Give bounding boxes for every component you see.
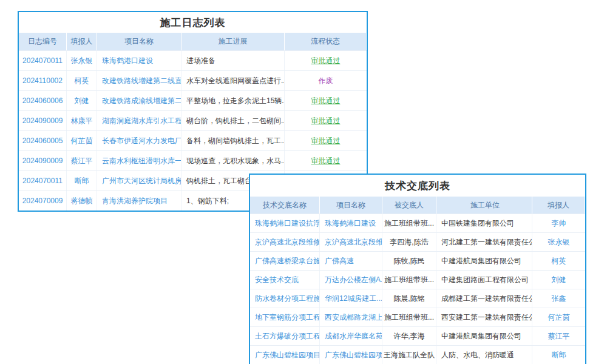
log-id-link[interactable]: 2024090009	[19, 151, 67, 170]
column-header-receiver: 被交底人	[382, 197, 436, 214]
receiver-text: 许华,李海	[382, 327, 436, 345]
table-row: 广佛高速桥梁承台施... 广佛高速 陈牧,陈民 中建港航局集团有限公司 柯英	[250, 251, 585, 270]
column-header-reporter: 填报人	[67, 33, 97, 50]
reporter-link[interactable]: 何芷茵	[532, 308, 585, 326]
unit-text: 中建港航局集团有限公司	[436, 252, 532, 270]
column-header-progress: 施工进展	[181, 33, 285, 50]
project-link[interactable]: 西安成都路龙湖上...	[320, 308, 382, 326]
receiver-text: 施工班组带班...	[382, 214, 436, 232]
column-header-disclosure-name: 技术交底名称	[250, 197, 320, 214]
table-row: 珠海鹤港口建设抗浮... 珠海鹤港口建设 施工班组带班... 中国铁建集团有限公…	[250, 214, 585, 232]
project-link[interactable]: 成都水岸华庭名苑...	[320, 327, 382, 345]
project-link[interactable]: 华润12城房建工...	[320, 289, 382, 308]
column-header-status: 流程状态	[285, 33, 367, 50]
reporter-link[interactable]: 蔡江平	[532, 327, 585, 345]
table-row: 京沪高速北京段维修... 京沪高速北京段维修 李四海,陈浩 河北建工第一建筑有限…	[250, 232, 585, 251]
technical-disclosure-panel: 技术交底列表 技术交底名称 项目名称 被交底人 施工单位 填报人 珠海鹤港口建设…	[249, 174, 586, 364]
progress-text: 平整场地，拉走多余泥土15辆...	[181, 91, 285, 110]
reporter-link[interactable]: 张永银	[67, 51, 97, 70]
reporter-link[interactable]: 刘健	[67, 91, 97, 110]
project-link[interactable]: 广佛高速	[320, 252, 382, 270]
log-id-link[interactable]: 2024110002	[19, 71, 67, 90]
unit-text: 中国铁建集团有限公司	[436, 214, 532, 232]
project-link[interactable]: 珠海鹤港口建设	[320, 214, 382, 232]
reporter-link[interactable]: 断郎	[67, 171, 97, 190]
disclosure-name-link[interactable]: 广佛高速桥梁承台施...	[250, 252, 320, 270]
table-row: 2024110002 柯英 改建铁路线增建第二线直... 水车对全线遮阳网覆盖点…	[19, 70, 367, 90]
column-header-project: 项目名称	[320, 197, 382, 214]
disclosure-name-link[interactable]: 京沪高速北京段维修...	[250, 233, 320, 251]
project-link[interactable]: 湖南洞庭湖水库引水工程...	[97, 111, 181, 130]
project-link[interactable]: 珠海鹤港口建设	[97, 51, 181, 70]
table-row: 2024090009 蔡江平 云南水利枢纽潜明水库一... 现场巡查，无积水现象…	[19, 150, 367, 170]
reporter-link[interactable]: 柯英	[67, 71, 97, 90]
project-link[interactable]: 云南水利枢纽潜明水库一...	[97, 151, 181, 170]
disclosure-name-link[interactable]: 地下室钢筋分项工程...	[250, 308, 320, 326]
disclosure-name-link[interactable]: 安全技术交底	[250, 271, 320, 289]
status-badge[interactable]: 审批通过	[285, 51, 367, 70]
reporter-link[interactable]: 林康平	[67, 111, 97, 130]
reporter-link[interactable]: 张鑫	[532, 289, 585, 308]
receiver-text: 陈牧,陈民	[382, 252, 436, 270]
table-row: 防水卷材分项工程施... 华润12城房建工... 陈晨,陈铭 成都建工第一建筑有…	[250, 289, 585, 308]
project-link[interactable]: 改建铁路线增建第二线直...	[97, 71, 181, 90]
receiver-text: 施工班组带班...	[382, 308, 436, 326]
receiver-text: 李四海,陈浩	[382, 233, 436, 251]
status-badge[interactable]: 作废	[285, 71, 367, 90]
disclosure-name-link[interactable]: 广东佛山碧桂园项目...	[250, 346, 320, 364]
table-row: 2024060005 何芷茵 长春市伊通河水力发电厂... 备料，砌间墙钩机排土…	[19, 130, 367, 150]
table-row: 广东佛山碧桂园项目... 广东佛山碧桂园项目 王海施工队全队 人防、水电、消防暖…	[250, 345, 585, 364]
table-row: 2024070011 张永银 珠海鹤港口建设 进场准备 审批通过	[19, 50, 367, 70]
column-header-project: 项目名称	[97, 33, 181, 50]
reporter-link[interactable]: 何芷茵	[67, 131, 97, 150]
project-link[interactable]: 广州市天河区统计局机房...	[97, 171, 181, 190]
project-link[interactable]: 长春市伊通河水力发电厂...	[97, 131, 181, 150]
table-row: 土石方爆破分项工程... 成都水岸华庭名苑... 许华,李海 中建港航局集团有限…	[250, 326, 585, 345]
disclosure-name-link[interactable]: 土石方爆破分项工程...	[250, 327, 320, 345]
reporter-link[interactable]: 蔡江平	[67, 151, 97, 170]
unit-text: 西安建工第一建筑有限责任公司	[436, 308, 532, 326]
log-id-link[interactable]: 2024090009	[19, 111, 67, 130]
project-link[interactable]: 万达办公楼左侧A...	[320, 271, 382, 289]
unit-text: 中建集团路面工程有限公司	[436, 271, 532, 289]
table-row: 2024060006 刘健 改建铁路成渝线增建第二... 平整场地，拉走多余泥土…	[19, 90, 367, 110]
log-id-link[interactable]: 2024060006	[19, 91, 67, 110]
table-row: 地下室钢筋分项工程... 西安成都路龙湖上... 施工班组带班... 西安建工第…	[250, 308, 585, 326]
progress-text: 进场准备	[181, 51, 285, 70]
log-id-link[interactable]: 2024070011	[19, 171, 67, 190]
table-row: 2024090009 林康平 湖南洞庭湖水库引水工程... 砌台阶，钩机排土，二…	[19, 110, 367, 130]
progress-text: 水车对全线遮阳网覆盖点进行...	[181, 71, 285, 90]
reporter-link[interactable]: 李帅	[532, 214, 585, 232]
project-link[interactable]: 广东佛山碧桂园项目	[320, 346, 382, 364]
unit-text: 中建港航局集团有限公司	[436, 327, 532, 345]
reporter-link[interactable]: 刘健	[532, 271, 585, 289]
reporter-link[interactable]: 蒋德帧	[67, 191, 97, 211]
receiver-text: 王海施工队全队	[382, 346, 436, 364]
unit-text: 人防、水电、消防暖通	[436, 346, 532, 364]
log-table-header: 日志编号 填报人 项目名称 施工进展 流程状态	[19, 33, 367, 50]
reporter-link[interactable]: 柯英	[532, 252, 585, 270]
log-id-link[interactable]: 2024060005	[19, 131, 67, 150]
column-header-reporter: 填报人	[532, 197, 585, 214]
unit-text: 成都建工第一建筑有限责任公司	[436, 289, 532, 308]
project-link[interactable]: 改建铁路成渝线增建第二...	[97, 91, 181, 110]
disclosure-table-header: 技术交底名称 项目名称 被交底人 施工单位 填报人	[250, 197, 585, 214]
status-badge[interactable]: 审批通过	[285, 111, 367, 130]
column-header-log-id: 日志编号	[19, 33, 67, 50]
status-badge[interactable]: 审批通过	[285, 91, 367, 110]
project-link[interactable]: 青海洪湖养护院项目	[97, 191, 181, 211]
disclosure-name-link[interactable]: 珠海鹤港口建设抗浮...	[250, 214, 320, 232]
progress-text: 备料，砌间墙钩机排土，瓦工...	[181, 131, 285, 150]
page-title: 技术交底列表	[250, 175, 585, 197]
status-badge[interactable]: 审批通过	[285, 151, 367, 170]
disclosure-table-body: 珠海鹤港口建设抗浮... 珠海鹤港口建设 施工班组带班... 中国铁建集团有限公…	[250, 214, 585, 364]
column-header-unit: 施工单位	[436, 197, 532, 214]
project-link[interactable]: 京沪高速北京段维修	[320, 233, 382, 251]
log-id-link[interactable]: 2024070011	[19, 51, 67, 70]
reporter-link[interactable]: 断郎	[532, 346, 585, 364]
status-badge[interactable]: 审批通过	[285, 131, 367, 150]
log-id-link[interactable]: 2024070009	[19, 191, 67, 211]
disclosure-name-link[interactable]: 防水卷材分项工程施...	[250, 289, 320, 308]
unit-text: 河北建工第一建筑有限责任公司	[436, 233, 532, 251]
reporter-link[interactable]: 张永银	[532, 233, 585, 251]
